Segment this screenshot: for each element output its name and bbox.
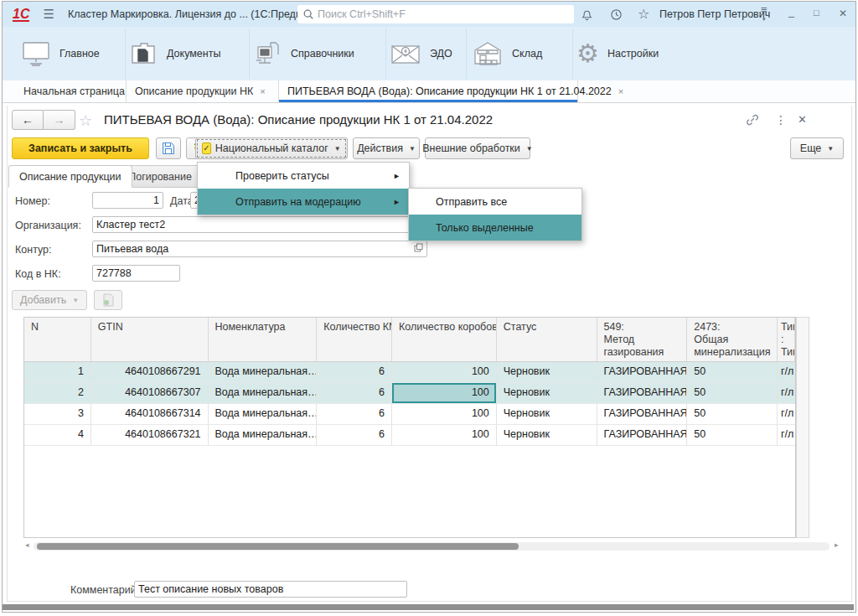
cell-nomenclature[interactable]: Вода минеральная… xyxy=(209,425,318,445)
cell-type[interactable]: г/л xyxy=(778,404,795,424)
get-link-icon[interactable] xyxy=(746,113,759,129)
ribbon-item-spravochniki[interactable]: Справочники xyxy=(252,27,354,80)
comment-input[interactable]: Тест описание новых товаров xyxy=(134,581,407,598)
table-row[interactable]: 2 4640108667307 Вода минеральная… 6 100 … xyxy=(24,383,795,404)
cell-type[interactable]: г/л xyxy=(778,362,795,382)
national-catalog-button[interactable]: ✓ Национальный каталог ▼ xyxy=(195,137,348,159)
cell-gtin[interactable]: 4640108667314 xyxy=(91,404,209,424)
cell-type[interactable]: г/л xyxy=(778,383,795,403)
ribbon-item-dokumenty[interactable]: Документы xyxy=(128,27,220,80)
nk-code-input[interactable]: 727788 xyxy=(92,265,180,282)
window-close-button[interactable]: ✕ xyxy=(839,8,847,19)
cell-status[interactable]: Черновик xyxy=(497,404,597,424)
cell-km[interactable]: 6 xyxy=(317,383,392,403)
cell-status[interactable]: Черновик xyxy=(497,425,597,445)
table-header-row[interactable]: N GTIN Номенклатура Количество КМ Количе… xyxy=(24,318,795,362)
col-status[interactable]: Статус xyxy=(497,318,597,361)
global-search-input[interactable]: Поиск Ctrl+Shift+F xyxy=(297,5,574,23)
window-resize-bar[interactable] xyxy=(3,604,854,610)
save-and-close-button[interactable]: Записать и закрыть xyxy=(12,137,149,159)
scroll-left-icon[interactable]: ◂ xyxy=(25,541,29,549)
external-processing-button[interactable]: Внешние обработки▼ xyxy=(425,137,530,159)
horizontal-scrollbar-thumb[interactable] xyxy=(37,543,519,550)
notifications-bell-icon[interactable] xyxy=(581,8,593,23)
favorite-star-icon[interactable]: ☆ xyxy=(79,111,92,130)
back-button[interactable]: ← xyxy=(12,110,44,130)
open-ref-icon[interactable] xyxy=(414,243,423,255)
col-box-count[interactable]: Количество коробов xyxy=(392,318,497,361)
user-name[interactable]: Петров Петр Петрович xyxy=(659,8,770,20)
table-row[interactable]: 3 4640108667314 Вода минеральная… 6 100 … xyxy=(24,404,795,425)
tab-close-icon[interactable]: × xyxy=(260,86,265,96)
col-549-gas-method[interactable]: 549:Методгазирования xyxy=(597,318,688,361)
cell-boxes-selected[interactable]: 100 xyxy=(392,383,497,403)
cell-n[interactable]: 3 xyxy=(24,404,91,424)
maximize-button[interactable]: □ xyxy=(814,8,819,18)
cell-type[interactable]: г/л xyxy=(778,425,795,445)
add-button[interactable]: Добавить▼ xyxy=(12,290,87,310)
menu-item-send-to-moderation[interactable]: Отправить на модерацию ► xyxy=(198,189,409,215)
cell-status[interactable]: Черновик xyxy=(497,362,597,382)
organization-input[interactable]: Кластер тест2 xyxy=(92,216,427,233)
cell-n[interactable]: 1 xyxy=(24,362,91,382)
col-gtin[interactable]: GTIN xyxy=(91,318,209,361)
col-km-count[interactable]: Количество КМ xyxy=(317,318,392,361)
cell-nomenclature[interactable]: Вода минеральная… xyxy=(209,404,318,424)
more-dots-icon[interactable]: ⋮ xyxy=(775,113,787,127)
cell-549[interactable]: ГАЗИРОВАННАЯ xyxy=(597,425,688,445)
menu-item-only-selected[interactable]: Только выделенные xyxy=(409,215,581,241)
cell-nomenclature[interactable]: Вода минеральная… xyxy=(209,383,318,403)
ribbon-item-nastroyki[interactable]: ⚙ Настройки xyxy=(576,27,659,80)
cell-km[interactable]: 6 xyxy=(317,404,392,424)
favorites-star-icon[interactable]: ☆ xyxy=(638,6,649,22)
cell-gtin[interactable]: 4640108667291 xyxy=(91,362,209,382)
more-button[interactable]: Еще▼ xyxy=(790,137,844,159)
cell-boxes[interactable]: 100 xyxy=(392,404,497,424)
cell-2473[interactable]: 50 xyxy=(687,383,778,403)
col-2473-mineralization[interactable]: 2473:Общаяминерализация xyxy=(687,318,778,361)
cell-boxes[interactable]: 100 xyxy=(392,425,497,445)
cell-nomenclature[interactable]: Вода минеральная… xyxy=(209,362,318,382)
col-type-clipped[interactable]: Тип:Тип xyxy=(778,318,795,361)
cell-2473[interactable]: 50 xyxy=(687,362,778,382)
actions-button[interactable]: Действия▼ xyxy=(353,137,420,159)
col-nomenclature[interactable]: Номенклатура xyxy=(209,318,318,361)
history-icon[interactable] xyxy=(610,8,623,23)
main-menu-icon[interactable]: ☰ xyxy=(43,7,54,22)
table-row[interactable]: 1 4640108667291 Вода минеральная… 6 100 … xyxy=(24,362,795,383)
menu-item-check-statuses[interactable]: Проверить статусы ► xyxy=(198,163,409,189)
cell-n[interactable]: 4 xyxy=(24,425,91,445)
minimize-button[interactable]: _ xyxy=(788,6,794,18)
save-button[interactable] xyxy=(156,137,181,159)
number-input[interactable]: 1 xyxy=(92,192,163,209)
scroll-right-icon[interactable]: ▸ xyxy=(835,541,839,549)
cell-549[interactable]: ГАЗИРОВАННАЯ xyxy=(597,404,688,424)
copy-row-button[interactable] xyxy=(94,290,122,310)
cell-km[interactable]: 6 xyxy=(317,362,392,382)
ribbon-item-glavnoe[interactable]: Главное xyxy=(21,27,100,80)
ribbon-item-edo[interactable]: ЭДО xyxy=(390,27,452,80)
cell-status[interactable]: Черновик xyxy=(497,383,597,403)
page-tab-description[interactable]: Описание продукции xyxy=(8,165,132,188)
tab-home[interactable]: Начальная страница xyxy=(9,80,127,102)
kontur-input[interactable]: Питьевая вода xyxy=(92,241,427,257)
vertical-scrollbar[interactable] xyxy=(796,317,809,538)
service-menu-icon[interactable]: ≡▼ xyxy=(761,6,768,23)
tab-opisanie-produkcii[interactable]: Описание продукции НК × xyxy=(127,80,279,102)
cell-km[interactable]: 6 xyxy=(317,425,392,445)
cell-boxes[interactable]: 100 xyxy=(392,362,497,382)
cell-2473[interactable]: 50 xyxy=(687,404,778,424)
cell-2473[interactable]: 50 xyxy=(687,425,778,445)
ribbon-item-sklad[interactable]: Склад xyxy=(472,27,542,80)
tab-pitevaya-voda[interactable]: ПИТЬЕВАЯ ВОДА (Вода): Описание продукции… xyxy=(279,80,578,102)
cell-gtin[interactable]: 4640108667307 xyxy=(91,383,209,403)
col-n[interactable]: N xyxy=(24,318,91,361)
form-close-icon[interactable]: ✕ xyxy=(798,113,807,126)
forward-button[interactable]: → xyxy=(44,110,75,130)
cell-549[interactable]: ГАЗИРОВАННАЯ xyxy=(597,362,688,382)
cell-549[interactable]: ГАЗИРОВАННАЯ xyxy=(597,383,688,403)
cell-n[interactable]: 2 xyxy=(24,383,91,403)
cell-gtin[interactable]: 4640108667321 xyxy=(91,425,209,445)
menu-item-send-all[interactable]: Отправить все xyxy=(409,189,581,215)
tab-close-icon[interactable]: × xyxy=(618,86,623,96)
